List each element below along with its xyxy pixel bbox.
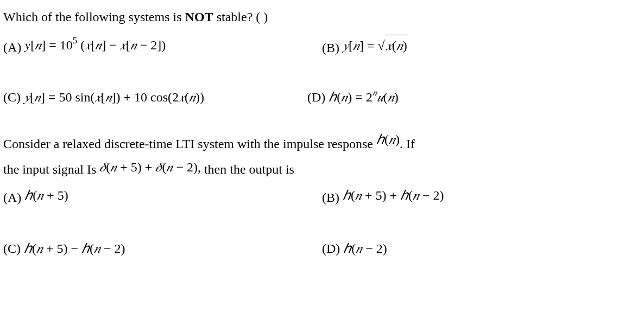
q1-optC-math: 𝑦[𝑛] = 50 sin(𝑥[𝑛]) + 10 cos(2𝑥(𝑛)) bbox=[24, 87, 204, 107]
q1-prompt-post: stable? ( ) bbox=[213, 10, 268, 24]
q2-optB-label: (B) bbox=[322, 187, 339, 208]
question-1: Which of the following systems is NOT st… bbox=[3, 7, 641, 114]
q2-line2-post: then the output is bbox=[201, 162, 294, 176]
q2-line1-hn: ℎ(𝑛) bbox=[376, 132, 400, 146]
q2-option-b: (B) ℎ(𝑛 + 5) + ℎ(𝑛 − 2) bbox=[322, 187, 641, 208]
q2-line2: the input signal Is 𝛿(𝑛 + 5) + 𝛿(𝑛 − 2),… bbox=[3, 159, 641, 180]
q1-options-row2: (C) 𝑦[𝑛] = 50 sin(𝑥[𝑛]) + 10 cos(2𝑥(𝑛)) … bbox=[3, 87, 641, 114]
q2-line1: Consider a relaxed discrete-time LTI sys… bbox=[3, 133, 641, 154]
q1-optA-label: (A) bbox=[3, 37, 21, 58]
q2-option-d: (D) ℎ(𝑛 − 2) bbox=[322, 238, 641, 259]
q1-optB-label: (B) bbox=[322, 37, 339, 58]
question-2: Consider a relaxed discrete-time LTI sys… bbox=[3, 133, 641, 266]
q2-line1-pre: Consider a relaxed discrete-time LTI sys… bbox=[3, 137, 376, 151]
q1-option-d: (D) ℎ(𝑛) = 2𝑛𝑢(𝑛) bbox=[307, 87, 399, 107]
q1-optA-math: 𝑦[𝑛] = 105 (𝑥[𝑛] − 𝑥[𝑛 − 2]) bbox=[24, 35, 166, 55]
q1-option-b: (B) 𝑦[𝑛] = √𝑥(𝑛) bbox=[322, 37, 641, 58]
q1-option-c: (C) 𝑦[𝑛] = 50 sin(𝑥[𝑛]) + 10 cos(2𝑥(𝑛)) bbox=[3, 87, 307, 107]
q1-option-a: (A) 𝑦[𝑛] = 105 (𝑥[𝑛] − 𝑥[𝑛 − 2]) bbox=[3, 37, 322, 58]
q2-optA-math: ℎ(𝑛 + 5) bbox=[24, 185, 68, 206]
q2-option-c: (C) ℎ(𝑛 + 5) − ℎ(𝑛 − 2) bbox=[3, 238, 322, 259]
q2-line2-pre: the input signal Is bbox=[3, 162, 99, 176]
q2-option-a: (A) ℎ(𝑛 + 5) bbox=[3, 187, 322, 208]
q1-optC-label: (C) bbox=[3, 87, 21, 107]
q2-optD-math: ℎ(𝑛 − 2) bbox=[343, 238, 387, 259]
q2-line2-mid: 𝛿(𝑛 + 5) + 𝛿(𝑛 − 2), bbox=[99, 160, 201, 174]
q1-optD-label: (D) bbox=[307, 87, 325, 107]
q2-optD-label: (D) bbox=[322, 238, 340, 259]
q1-optD-math: ℎ(𝑛) = 2𝑛𝑢(𝑛) bbox=[329, 87, 399, 107]
q2-options-row1: (A) ℎ(𝑛 + 5) (B) ℎ(𝑛 + 5) + ℎ(𝑛 − 2) bbox=[3, 187, 641, 214]
q2-optC-label: (C) bbox=[3, 238, 21, 259]
q2-optA-label: (A) bbox=[3, 187, 21, 208]
q1-prompt-bold: NOT bbox=[185, 10, 213, 24]
q2-optB-math: ℎ(𝑛 + 5) + ℎ(𝑛 − 2) bbox=[343, 185, 444, 206]
q1-optB-math: 𝑦[𝑛] = √𝑥(𝑛) bbox=[343, 35, 408, 56]
q1-options-row1: (A) 𝑦[𝑛] = 105 (𝑥[𝑛] − 𝑥[𝑛 − 2]) (B) 𝑦[𝑛… bbox=[3, 37, 641, 65]
q1-prompt: Which of the following systems is NOT st… bbox=[3, 7, 641, 27]
q2-line1-post: . If bbox=[400, 137, 415, 151]
q2-optC-math: ℎ(𝑛 + 5) − ℎ(𝑛 − 2) bbox=[24, 238, 125, 259]
q1-prompt-pre: Which of the following systems is bbox=[3, 10, 185, 24]
q2-options-row2: (C) ℎ(𝑛 + 5) − ℎ(𝑛 − 2) (D) ℎ(𝑛 − 2) bbox=[3, 238, 641, 265]
